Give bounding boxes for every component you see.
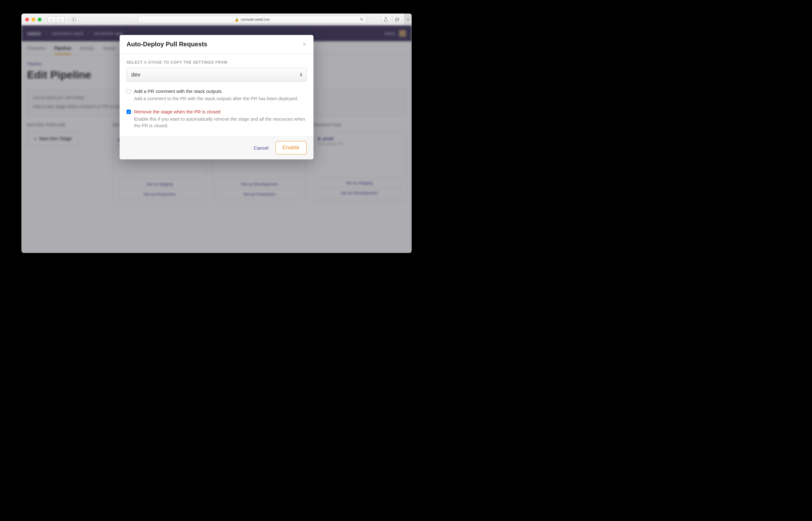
option-desc: Add a comment to the PR with the stack o…: [134, 95, 307, 102]
nav-buttons: ‹ ›: [47, 16, 65, 23]
checkbox-pr-comment[interactable]: [126, 89, 131, 94]
stage-select[interactable]: dev ▲▼: [126, 68, 307, 82]
option-remove-stage: Remove the stage when the PR is closed E…: [126, 109, 307, 129]
close-icon[interactable]: ×: [303, 41, 307, 48]
lock-icon: 🔒: [235, 17, 239, 22]
window-close-icon[interactable]: [25, 18, 29, 21]
forward-button[interactable]: ›: [56, 16, 65, 23]
svg-rect-0: [395, 19, 398, 21]
new-tab-button[interactable]: +: [404, 14, 412, 25]
traffic-lights: [25, 18, 42, 21]
reload-icon[interactable]: ↻: [360, 17, 363, 22]
browser-window: ‹ › 🔒 console.seed.run ↻ + SEED › server…: [21, 14, 412, 253]
stage-select-label: SELECT A STAGE TO COPY THE SETTINGS FROM: [126, 60, 307, 65]
window-fullscreen-icon[interactable]: [38, 18, 42, 21]
option-title: Remove the stage when the PR is closed: [134, 109, 307, 114]
share-icon: [384, 17, 388, 22]
sidebar-icon: [72, 18, 76, 21]
tabs-icon: [395, 18, 399, 21]
url-text: console.seed.run: [241, 17, 269, 22]
sidebar-toggle-button[interactable]: [69, 16, 79, 23]
stage-select-value: dev: [131, 71, 140, 78]
share-button[interactable]: [381, 16, 390, 23]
titlebar-right: +: [381, 14, 408, 25]
browser-titlebar: ‹ › 🔒 console.seed.run ↻ +: [21, 14, 412, 25]
chevron-updown-icon: ▲▼: [300, 72, 303, 77]
enable-button[interactable]: Enable: [276, 141, 307, 154]
modal-title: Auto-Deploy Pull Requests: [126, 41, 208, 48]
back-button[interactable]: ‹: [47, 16, 56, 23]
svg-rect-1: [396, 18, 399, 20]
tabs-button[interactable]: [393, 16, 402, 23]
option-pr-comment: Add a PR comment with the stack outputs …: [126, 89, 307, 102]
modal-overlay[interactable]: Auto-Deploy Pull Requests × SELECT A STA…: [21, 25, 412, 253]
checkbox-remove-stage[interactable]: [126, 110, 131, 114]
cancel-button[interactable]: Cancel: [254, 145, 268, 151]
option-title: Add a PR comment with the stack outputs: [134, 89, 307, 94]
modal-body: SELECT A STAGE TO COPY THE SETTINGS FROM…: [120, 54, 313, 136]
window-minimize-icon[interactable]: [31, 18, 35, 21]
modal-header: Auto-Deploy Pull Requests ×: [120, 35, 313, 54]
modal-footer: Cancel Enable: [120, 136, 313, 159]
url-bar[interactable]: 🔒 console.seed.run ↻: [138, 16, 366, 23]
option-desc: Enable this if you want to automatically…: [134, 116, 307, 129]
modal-auto-deploy-pr: Auto-Deploy Pull Requests × SELECT A STA…: [120, 35, 313, 159]
